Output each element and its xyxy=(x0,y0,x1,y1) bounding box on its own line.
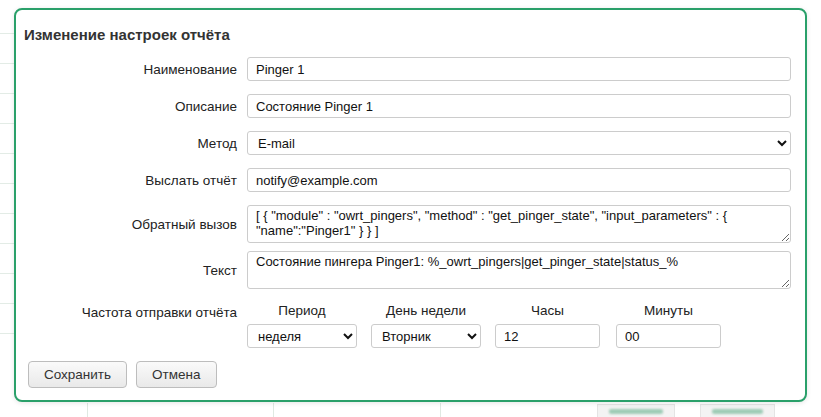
background-green-text-blur xyxy=(609,409,662,414)
send-to-label: Выслать отчёт xyxy=(16,173,237,188)
background-row-line xyxy=(0,303,14,304)
method-row: Метод E-mail xyxy=(16,131,791,155)
background-row-line xyxy=(0,123,14,124)
period-select[interactable]: неделя xyxy=(247,324,357,348)
method-select[interactable]: E-mail xyxy=(247,131,791,155)
send-to-input[interactable] xyxy=(247,168,791,192)
report-settings-dialog: Изменение настроек отчёта Наименование О… xyxy=(14,8,807,402)
background-row-line xyxy=(0,33,14,34)
description-input[interactable] xyxy=(247,94,791,118)
hours-label: Часы xyxy=(495,303,600,318)
send-to-row: Выслать отчёт xyxy=(16,168,791,192)
method-label: Метод xyxy=(16,136,237,151)
minutes-label: Минуты xyxy=(616,303,721,318)
background-row-line xyxy=(0,213,14,214)
name-row: Наименование xyxy=(16,57,791,81)
description-row: Описание xyxy=(16,94,791,118)
text-label: Текст xyxy=(16,263,237,278)
background-table-cell xyxy=(700,404,775,417)
callback-textarea[interactable]: [ { "module" : "owrt_pingers", "method" … xyxy=(247,205,791,243)
background-column-line xyxy=(440,403,441,417)
background-row-line xyxy=(0,333,14,334)
text-textarea[interactable]: Состояние пингера Pinger1: %_owrt_pinger… xyxy=(247,251,791,289)
background-column-line xyxy=(273,403,274,417)
save-button[interactable]: Сохранить xyxy=(28,361,127,388)
period-column: Период неделя xyxy=(247,303,357,348)
frequency-row: Частота отправки отчёта Период неделя Де… xyxy=(16,303,791,348)
cancel-button[interactable]: Отмена xyxy=(136,361,216,388)
weekday-column: День недели Вторник xyxy=(371,303,481,348)
dialog-actions: Сохранить Отмена xyxy=(28,361,217,388)
background-column-line xyxy=(87,403,88,417)
background-row-line xyxy=(0,93,14,94)
background-row-line xyxy=(0,243,14,244)
background-table-cell xyxy=(597,404,675,417)
background-row-line xyxy=(0,153,14,154)
minutes-input[interactable] xyxy=(616,324,721,348)
period-label: Период xyxy=(247,303,357,318)
background-row-line xyxy=(0,273,14,274)
name-label: Наименование xyxy=(16,62,237,77)
background-green-text-blur xyxy=(712,409,763,414)
dialog-title: Изменение настроек отчёта xyxy=(16,26,791,43)
frequency-group: Период неделя День недели Вторник Часы М… xyxy=(247,303,721,348)
weekday-label: День недели xyxy=(371,303,481,318)
hours-input[interactable] xyxy=(495,324,600,348)
callback-row: Обратный вызов [ { "module" : "owrt_ping… xyxy=(16,205,791,243)
name-input[interactable] xyxy=(247,57,791,81)
hours-column: Часы xyxy=(495,303,600,348)
background-row-line xyxy=(0,183,14,184)
text-row: Текст Состояние пингера Pinger1: %_owrt_… xyxy=(16,251,791,289)
weekday-select[interactable]: Вторник xyxy=(371,324,481,348)
callback-label: Обратный вызов xyxy=(16,217,237,232)
background-row-line xyxy=(0,63,14,64)
frequency-label: Частота отправки отчёта xyxy=(16,305,237,348)
description-label: Описание xyxy=(16,99,237,114)
minutes-column: Минуты xyxy=(616,303,721,348)
